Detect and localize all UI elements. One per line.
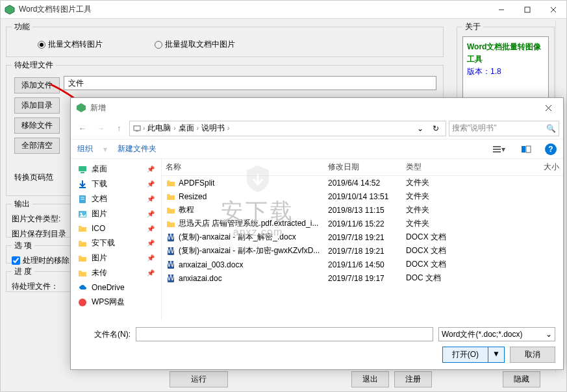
tree-item[interactable]: 安下载📌 — [71, 236, 161, 251]
help-button[interactable]: ? — [545, 143, 557, 155]
progress-legend: 进 度 — [12, 266, 34, 277]
breadcrumb[interactable]: › 此电脑 › 桌面 › 说明书 › ⌄ ↻ — [129, 121, 446, 136]
filename-label: 文件名(N): — [79, 329, 131, 340]
clear-all-button[interactable]: 全部清空 — [14, 138, 60, 154]
col-size[interactable]: 大小 — [464, 162, 559, 173]
nav-forward-button[interactable]: → — [93, 121, 108, 136]
file-list: 名称 修改日期 类型 大小 APDFSplit2019/6/4 14:52文件夹… — [162, 159, 563, 321]
folder-icon — [77, 223, 88, 234]
col-date[interactable]: 修改日期 — [328, 162, 406, 173]
svg-text:W: W — [167, 246, 175, 255]
open-dropdown[interactable]: ▼ — [488, 347, 505, 363]
svg-rect-14 — [526, 146, 531, 153]
filename-input[interactable] — [136, 327, 433, 341]
minimize-button[interactable] — [488, 1, 514, 19]
docx-icon: W — [166, 273, 176, 284]
close-button[interactable] — [540, 1, 566, 19]
pin-icon: 📌 — [147, 180, 155, 188]
dialog-icon — [76, 103, 86, 113]
file-row[interactable]: 思迅天店 店铺管理系统.pdf.extracted_i...2019/11/6 … — [162, 217, 563, 230]
svg-rect-12 — [493, 151, 501, 153]
col-type[interactable]: 类型 — [406, 162, 464, 173]
file-row[interactable]: W(复制)-anxaizai - 副本_解密_.docx2019/7/18 19… — [162, 230, 563, 244]
filter-combo[interactable]: Word文件(*.doc;*.docx) ⌄ — [438, 327, 555, 341]
svg-rect-2 — [525, 7, 530, 12]
options-legend: 选 项 — [12, 240, 34, 251]
tree-item[interactable]: 桌面📌 — [71, 162, 161, 177]
folder-icon — [166, 178, 176, 188]
chevron-down-icon: ⌄ — [546, 330, 552, 339]
dialog-title: 新增 — [90, 103, 538, 114]
hide-button[interactable]: 隐藏 — [503, 371, 540, 387]
svg-text:W: W — [167, 260, 175, 269]
tree-item[interactable]: WPS网盘 — [71, 295, 161, 310]
svg-rect-13 — [522, 146, 525, 153]
svg-rect-11 — [493, 149, 501, 150]
picture-icon — [77, 209, 88, 219]
tree-item[interactable]: OneDrive — [71, 280, 161, 295]
pin-icon: 📌 — [147, 225, 155, 232]
organize-menu[interactable]: 组织 — [77, 143, 93, 154]
remove-file-button[interactable]: 移除文件 — [14, 117, 60, 134]
maximize-button[interactable] — [514, 1, 540, 19]
dialog-nav: ← → ↑ › 此电脑 › 桌面 › 说明书 › ⌄ ↻ 搜索"说明书" 🔍 — [71, 117, 563, 140]
pin-icon: 📌 — [147, 195, 155, 202]
pin-icon: 📌 — [147, 269, 155, 276]
docx-icon: W — [166, 232, 176, 243]
tree-item[interactable]: 图片📌 — [71, 251, 161, 265]
pin-icon: 📌 — [147, 165, 155, 173]
tree-item[interactable]: 未传📌 — [71, 265, 161, 280]
folder-icon — [166, 219, 176, 229]
file-row[interactable]: W(复制)-anxaizai - 副本-加密-gwxKZvfxD...2019/… — [162, 244, 563, 258]
file-row[interactable]: Resized2019/10/14 13:51文件夹 — [162, 190, 563, 203]
crumb-dropdown[interactable]: ⌄ — [413, 121, 427, 136]
new-folder-button[interactable]: 新建文件夹 — [118, 143, 157, 154]
pending-legend: 待处理文件 — [12, 60, 56, 71]
svg-rect-15 — [79, 166, 86, 171]
view-mode-button[interactable]: ▾ — [490, 142, 507, 156]
tree-item[interactable]: 图片📌 — [71, 206, 161, 221]
docx-icon: W — [166, 246, 176, 256]
cancel-button[interactable]: 取消 — [510, 347, 555, 363]
nav-tree: 桌面📌下载📌文档📌图片📌ICO📌安下载📌图片📌未传📌OneDriveWPS网盘 — [71, 159, 162, 321]
add-dir-button[interactable]: 添加目录 — [14, 97, 60, 114]
run-button[interactable]: 运行 — [170, 371, 228, 387]
refresh-button[interactable]: ↻ — [429, 121, 443, 136]
file-row[interactable]: 教程2019/8/13 11:15文件夹 — [162, 203, 563, 217]
func-group: 功能 批量文档转图片 批量提取文档中图片 — [6, 21, 444, 57]
svg-marker-0 — [5, 5, 14, 14]
nav-back-button[interactable]: ← — [75, 121, 90, 136]
download-icon — [77, 179, 88, 190]
exit-button[interactable]: 退出 — [351, 371, 389, 387]
col-name[interactable]: 名称 — [166, 162, 328, 173]
file-row[interactable]: Wanxiazai.doc2019/7/18 19:17DOC 文档 — [162, 271, 563, 285]
onedrive-icon — [77, 282, 88, 293]
file-list-columns: 名称 修改日期 类型 大小 — [162, 159, 563, 176]
nav-up-button[interactable]: ↑ — [111, 121, 127, 136]
func-legend: 功能 — [12, 21, 32, 32]
pc-icon — [132, 124, 142, 133]
search-input[interactable]: 搜索"说明书" 🔍 — [449, 121, 559, 136]
preview-pane-button[interactable] — [518, 142, 535, 156]
output-legend: 输出 — [12, 199, 32, 210]
register-button[interactable]: 注册 — [394, 371, 432, 387]
dialog-footer: 文件名(N): Word文件(*.doc;*.docx) ⌄ 打开(O) ▼ 取… — [71, 321, 563, 369]
app-title: Word文档转图片工具 — [19, 4, 488, 15]
file-row[interactable]: APDFSplit2019/6/4 14:52文件夹 — [162, 176, 563, 190]
open-button[interactable]: 打开(O) ▼ — [442, 347, 505, 363]
radio-batch-convert[interactable]: 批量文档转图片 — [38, 39, 103, 50]
tree-item[interactable]: 文档📌 — [71, 191, 161, 206]
add-file-button[interactable]: 添加文件 — [14, 77, 60, 93]
folder-icon — [77, 268, 88, 278]
svg-text:W: W — [167, 232, 175, 241]
pin-icon: 📌 — [147, 239, 155, 247]
dialog-close-button[interactable] — [538, 99, 558, 117]
pin-icon: 📌 — [147, 254, 155, 262]
page-range-label: 转换页码范 — [14, 172, 60, 183]
tree-item[interactable]: 下载📌 — [71, 177, 161, 191]
folder-icon — [166, 191, 176, 202]
docx-icon: W — [166, 260, 176, 270]
tree-item[interactable]: ICO📌 — [71, 221, 161, 236]
file-row[interactable]: Wanxaizai_003.docx2019/11/6 14:50DOCX 文档 — [162, 258, 563, 271]
radio-batch-extract[interactable]: 批量提取文档中图片 — [155, 39, 235, 50]
